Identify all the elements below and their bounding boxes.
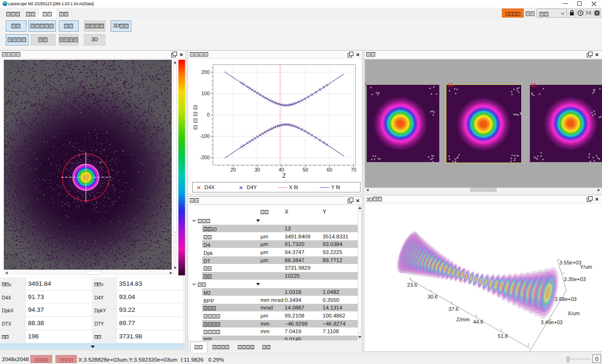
svg-text:60: 60 <box>327 167 333 173</box>
svg-text:200: 200 <box>201 69 210 75</box>
svg-text:100: 100 <box>201 91 210 96</box>
svg-text:3.49e+03: 3.49e+03 <box>541 319 563 325</box>
svg-text:-200: -200 <box>200 155 210 160</box>
svg-text:70: 70 <box>351 167 356 173</box>
svg-text:0: 0 <box>207 112 210 118</box>
svg-text:50: 50 <box>303 167 308 173</box>
svg-text:40: 40 <box>278 167 284 173</box>
svg-text:23.6: 23.6 <box>407 282 417 288</box>
svg-text:Z: Z <box>282 173 286 179</box>
svg-text:30: 30 <box>254 167 260 173</box>
svg-text:Z/mm: Z/mm <box>456 317 470 322</box>
svg-text:37.6: 37.6 <box>448 306 458 312</box>
svg-text:51.6: 51.6 <box>498 333 508 339</box>
svg-text:3.35e+03: 3.35e+03 <box>564 276 586 282</box>
svg-text:30.6: 30.6 <box>427 294 437 300</box>
svg-text:3.55e+03: 3.55e+03 <box>559 260 581 265</box>
svg-text:44.6: 44.6 <box>473 319 483 325</box>
svg-text:20: 20 <box>231 167 236 173</box>
svg-text:-100: -100 <box>200 133 210 139</box>
svg-text:X/um: X/um <box>568 310 580 316</box>
svg-text:?: ? <box>579 11 581 16</box>
svg-text:3.69e+03: 3.69e+03 <box>555 296 576 302</box>
svg-text:Y/um: Y/um <box>580 264 593 270</box>
